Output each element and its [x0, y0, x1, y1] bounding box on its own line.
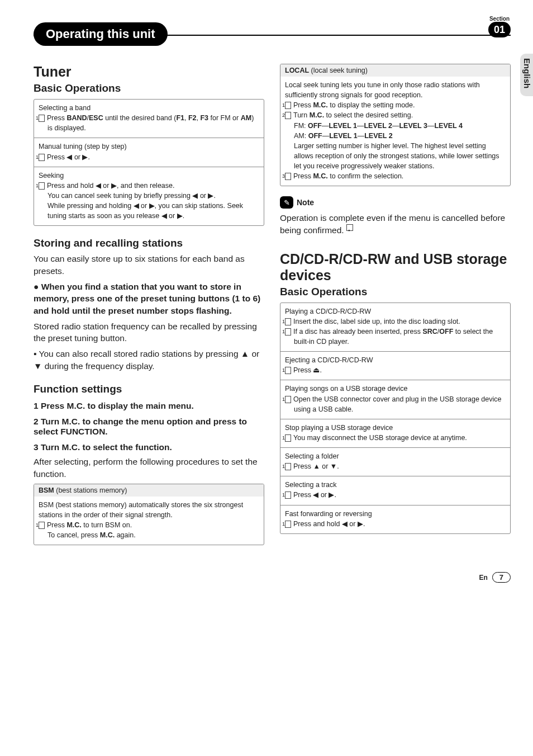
page-number: 7: [492, 572, 511, 583]
eject-cd-step: Press ⏏.: [293, 366, 322, 374]
header-bar: Operating this unit Section 01: [34, 22, 511, 47]
section-badge: Section 01: [488, 16, 511, 37]
section-number: 01: [488, 22, 511, 37]
seeking-note-2: While pressing and holding ◀ or ▶, you c…: [39, 201, 259, 221]
note-row: ✎ Note: [280, 196, 511, 209]
play-usb-title: Playing songs on a USB storage device: [285, 384, 506, 394]
language-tab: English: [520, 54, 533, 96]
function-settings-heading: Function settings: [34, 383, 264, 395]
manual-tuning-title: Manual tuning (step by step): [39, 141, 259, 152]
note-label: Note: [297, 198, 314, 207]
local-explain: Larger setting number is higher level. T…: [285, 141, 506, 171]
select-folder-step: Press ▲ or ▼.: [293, 462, 339, 470]
fn-step-3: 3 Turn M.C. to select the function.: [34, 442, 264, 452]
select-track-title: Selecting a track: [285, 480, 506, 490]
note-icon: ✎: [280, 196, 293, 209]
select-track-step: Press ◀ or ▶.: [293, 491, 336, 499]
cd-usb-basic-heading: Basic Operations: [280, 286, 511, 298]
stop-usb-title: Stop playing a USB storage device: [285, 423, 506, 433]
seeking-step-1: Press and hold ◀ or ▶, and then release.: [47, 182, 174, 190]
ff-rev-title: Fast forwarding or reversing: [285, 509, 506, 519]
fn-after: After selecting, perform the following p…: [34, 456, 264, 480]
local-intro: Local seek tuning lets you tune in only …: [285, 80, 506, 100]
note-body: Operation is complete even if the menu i…: [280, 212, 511, 236]
local-box: LOCAL (local seek tuning) Local seek tun…: [280, 64, 511, 186]
storing-heading: Storing and recalling stations: [34, 237, 264, 249]
storing-recall-alt: You can also recall stored radio station…: [34, 348, 264, 372]
eject-cd-title: Ejecting a CD/CD-R/CD-RW: [285, 355, 506, 365]
storing-recall: Stored radio station frequency can be re…: [34, 320, 264, 344]
stop-usb-step: You may disconnect the USB storage devic…: [293, 434, 467, 442]
footer-lang: En: [479, 574, 487, 582]
section-label: Section: [488, 16, 511, 22]
header-title: Operating this unit: [34, 22, 168, 46]
seeking-title: Seeking: [39, 171, 259, 181]
fn-step-1: 1 Press M.C. to display the main menu.: [34, 401, 264, 411]
bsm-box: BSM (best stations memory) BSM (best sta…: [34, 484, 264, 546]
bsm-body: BSM (best stations memory) automatically…: [39, 500, 259, 520]
select-band-title: Selecting a band: [39, 103, 259, 113]
cd-usb-box: Playing a CD/CD-R/CD-RW 1Insert the disc…: [280, 303, 511, 534]
manual-tuning-step: Press ◀ or ▶.: [47, 153, 90, 161]
play-cd-title: Playing a CD/CD-R/CD-RW: [285, 306, 506, 316]
play-usb-step: Open the USB connector cover and plug in…: [293, 395, 501, 413]
left-column: Tuner Basic Operations Selecting a band …: [34, 64, 264, 553]
select-folder-title: Selecting a folder: [285, 451, 506, 461]
fn-step-2: 2 Turn M.C. to change the menu option an…: [34, 417, 264, 437]
right-column: LOCAL (local seek tuning) Local seek tun…: [280, 64, 511, 553]
storing-intro: You can easily store up to six stations …: [34, 253, 264, 277]
ff-rev-step: Press and hold ◀ or ▶.: [293, 520, 365, 528]
seeking-note-1: You can cancel seek tuning by briefly pr…: [39, 191, 259, 201]
tuner-basic-ops-box: Selecting a band 1Press BAND/ESC until t…: [34, 99, 264, 226]
play-cd-s1: Insert the disc, label side up, into the…: [293, 318, 460, 325]
tuner-heading: Tuner: [34, 64, 264, 80]
storing-bullet: When you find a station that you want to…: [34, 281, 264, 317]
basic-ops-heading: Basic Operations: [34, 82, 264, 94]
footer: En 7: [34, 572, 511, 583]
cd-usb-heading: CD/CD-R/CD-RW and USB storage devices: [280, 251, 511, 284]
